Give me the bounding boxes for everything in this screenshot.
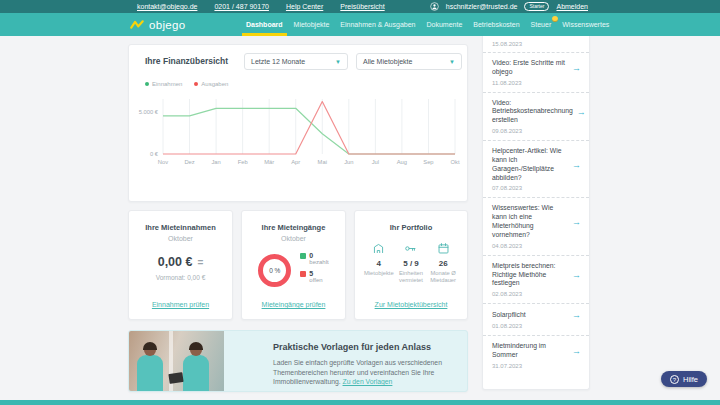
banner-image — [129, 331, 224, 391]
top-utility-bar: kontakt@objego.de 0201 / 487 90170 Help … — [0, 0, 720, 13]
user-avatar-icon — [430, 2, 439, 11]
nav-tab-steuer[interactable]: Steuer — [531, 13, 552, 36]
arrow-right-icon: → — [572, 217, 581, 227]
legend-dot-green-icon — [145, 82, 149, 86]
x-tick-label: Sep — [423, 159, 433, 165]
rent-receipts-card: Ihre Mieteingänge Oktober 0 % 0 bezahlt … — [241, 210, 346, 320]
arrow-right-icon: → — [572, 346, 581, 356]
x-tick-label: Jan — [211, 159, 220, 165]
period-filter-dropdown[interactable]: Letzte 12 Monate ▼ — [244, 53, 348, 70]
rent-income-month: Oktober — [129, 235, 232, 242]
x-tick-label: Nov — [158, 159, 168, 165]
sidebar-news-item[interactable]: Video: Erste Schritte mit objego → 11.08… — [483, 53, 589, 93]
legend-dot-red-icon — [194, 82, 198, 86]
sidebar-news-item[interactable]: Wissenswertes: Wie kann ich eine Mieterh… — [483, 198, 589, 255]
x-tick-label: Jun — [344, 159, 353, 165]
finance-line-chart: NovDezJanFebMärAprMaiJunJulAugSepOkt5.00… — [137, 93, 461, 167]
banner-text: Laden Sie einfach geprüfte Vorlagen aus … — [273, 358, 459, 387]
rent-income-amount: 0,00 € — [158, 255, 193, 269]
templates-link[interactable]: Zu den Vorlagen — [343, 378, 393, 385]
nav-tabs: Dashboard Mietobjekte Einnahmen & Ausgab… — [246, 13, 609, 36]
stat-einheiten: 5 / 9 Einheiten vermietet — [395, 242, 427, 284]
check-income-link[interactable]: Einnahmen prüfen — [129, 301, 232, 308]
x-tick-label: Jul — [372, 159, 379, 165]
trend-equals-icon: = — [197, 257, 203, 268]
topbar-account-area: hschnitzler@trusted.de Starter Abmelden — [430, 2, 588, 11]
banner-title: Praktische Vorlagen für jeden Anlass — [273, 342, 431, 352]
portfolio-overview-link[interactable]: Zur Mietobjektübersicht — [355, 301, 467, 308]
receipts-donut-chart: 0 % — [258, 254, 291, 287]
y-tick-label: 0 € — [150, 151, 159, 157]
receipts-paid-row: 0 bezahlt — [300, 252, 328, 265]
building-icon — [372, 242, 385, 255]
sidebar-news-item[interactable]: Video: Betriebskostenabrechnung erstelle… — [483, 93, 589, 141]
nav-tab-einnahmen-ausgaben[interactable]: Einnahmen & Ausgaben — [340, 13, 415, 36]
stat-mietdauer: 26 Monate Ø Mietdauer — [427, 242, 459, 284]
portfolio-card: Ihr Portfolio 4 Mietobjekte 5 / 9 Einhei… — [354, 210, 468, 320]
topbar-link[interactable]: Help Center — [286, 3, 323, 10]
nav-tab-dashboard[interactable]: Dashboard — [246, 13, 283, 36]
user-email[interactable]: hschnitzler@trusted.de — [446, 3, 518, 10]
chevron-down-icon: ▼ — [449, 59, 455, 65]
sidebar-news-item[interactable]: Mietminderung im Sommer → 31.07.2023 — [483, 336, 589, 375]
arrow-right-icon: → — [577, 107, 586, 117]
series-ausgaben — [163, 102, 455, 154]
arrow-right-icon: → — [572, 63, 581, 73]
sidebar-news-item[interactable]: Solarpflicht → 01.08.2023 — [483, 304, 589, 336]
brand-logo[interactable]: objego — [130, 13, 185, 36]
topbar-link[interactable]: 0201 / 487 90170 — [214, 3, 269, 10]
y-tick-label: 5.000 € — [139, 109, 159, 115]
steuer-emoji-badge-icon — [552, 16, 558, 22]
x-tick-label: Apr — [291, 159, 300, 165]
sidebar-news-item[interactable]: 15.08.2023 — [483, 36, 589, 53]
paid-square-icon — [300, 253, 306, 259]
rent-receipts-title: Ihre Mieteingänge — [242, 223, 345, 232]
topbar-link[interactable]: Preisübersicht — [340, 3, 384, 10]
rent-income-previous: Vormonat: 0,00 € — [129, 274, 232, 281]
x-tick-label: Mär — [264, 159, 274, 165]
property-filter-dropdown[interactable]: Alle Mietobjekte ▼ — [356, 53, 462, 70]
topbar-links: kontakt@objego.de 0201 / 487 90170 Help … — [137, 3, 385, 10]
arrow-right-icon: → — [572, 270, 581, 280]
logout-link[interactable]: Abmelden — [556, 3, 588, 10]
chevron-down-icon: ▼ — [335, 59, 341, 65]
nav-tab-mietobjekte[interactable]: Mietobjekte — [294, 13, 330, 36]
finance-overview-title: Ihre Finanzübersicht — [145, 56, 228, 66]
receipts-legend: 0 bezahlt 5 offen — [300, 252, 328, 288]
legend-ausgaben: Ausgaben — [194, 81, 228, 87]
receipts-open-row: 5 offen — [300, 270, 328, 283]
nav-tab-betriebskosten[interactable]: Betriebskosten — [473, 13, 519, 36]
rent-income-card: Ihre Mieteinnahmen Oktober 0,00 € = Vorm… — [128, 210, 233, 320]
news-sidebar: 15.08.2023 Video: Erste Schritte mit obj… — [482, 36, 590, 390]
sidebar-news-item[interactable]: Helpcenter-Artikel: Wie kann ich Garagen… — [483, 141, 589, 198]
active-tab-underline — [242, 33, 287, 36]
series-einnahmen — [163, 108, 455, 154]
nav-tab-wissenswertes[interactable]: Wissenswertes — [562, 13, 609, 36]
portfolio-title: Ihr Portfolio — [355, 223, 467, 232]
plan-badge: Starter — [524, 2, 549, 11]
templates-banner: Praktische Vorlagen für jeden Anlass Lad… — [128, 330, 468, 392]
brand-name: objego — [149, 19, 185, 31]
rent-receipts-month: Oktober — [242, 235, 345, 242]
calendar-icon — [437, 242, 450, 255]
x-tick-label: Feb — [238, 159, 248, 165]
finance-overview-card: Ihre Finanzübersicht Letzte 12 Monate ▼ … — [128, 44, 468, 202]
legend-einnahmen: Einnahmen — [145, 81, 182, 87]
nav-tab-dokumente[interactable]: Dokumente — [426, 13, 462, 36]
x-tick-label: Mai — [318, 159, 327, 165]
rent-income-title: Ihre Mieteinnahmen — [129, 223, 232, 232]
help-button[interactable]: ? Hilfe — [661, 371, 707, 387]
check-receipts-link[interactable]: Mieteingänge prüfen — [242, 301, 345, 308]
chart-legend: Einnahmen Ausgaben — [145, 81, 228, 87]
footer-bar — [0, 400, 720, 405]
question-mark-icon: ? — [670, 375, 679, 384]
sidebar-news-item[interactable]: Mietpreis berechnen: Richtige Miethöhe f… — [483, 256, 589, 304]
objego-logo-icon — [130, 19, 144, 30]
topbar-link[interactable]: kontakt@objego.de — [137, 3, 197, 10]
stat-mietobjekte: 4 Mietobjekte — [363, 242, 395, 284]
open-square-icon — [300, 271, 306, 277]
arrow-right-icon: → — [572, 310, 581, 320]
x-tick-label: Aug — [397, 159, 407, 165]
main-navbar: objego Dashboard Mietobjekte Einnahmen &… — [0, 13, 720, 36]
x-tick-label: Dez — [184, 159, 194, 165]
